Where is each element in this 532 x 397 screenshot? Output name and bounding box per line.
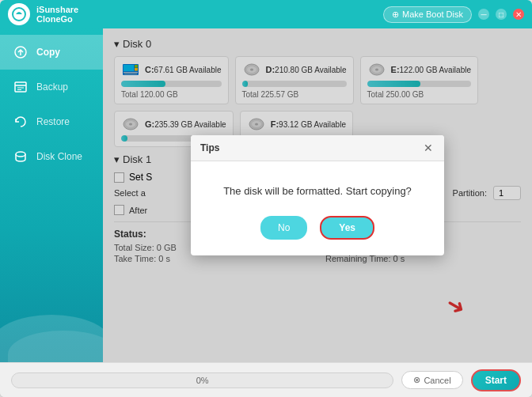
svg-rect-2 [15, 82, 26, 92]
maximize-button[interactable]: □ [496, 9, 507, 20]
sidebar-copy-label: Copy [36, 47, 60, 58]
copy-icon [13, 44, 28, 60]
progress-bar: 0% [11, 372, 393, 388]
dialog-title-bar: Tips ✕ [191, 135, 444, 161]
dialog-title: Tips [200, 142, 219, 153]
start-button[interactable]: Start [471, 369, 521, 391]
dialog-body: The disk will be formatted. Start copyin… [191, 161, 444, 255]
yes-button[interactable]: Yes [320, 216, 374, 240]
make-boot-disk-button[interactable]: ⊕ Make Boot Disk [383, 6, 472, 23]
sidebar-cloud-decoration [0, 315, 103, 362]
sidebar-restore-label: Restore [36, 116, 70, 127]
sidebar-item-backup[interactable]: Backup [0, 70, 103, 104]
dialog-buttons: No Yes [207, 216, 428, 240]
dialog-close-button[interactable]: ✕ [422, 142, 435, 154]
sidebar-backup-label: Backup [36, 81, 68, 93]
title-bar: iSunshare CloneGo ⊕ Make Boot Disk ─ □ ✕ [0, 0, 532, 28]
minimize-button[interactable]: ─ [478, 9, 489, 20]
cancel-button[interactable]: ⊗ Cancel [401, 371, 462, 389]
content-area: ▾ Disk 0 [103, 28, 532, 362]
app-logo [8, 3, 30, 25]
boot-icon: ⊕ [392, 9, 399, 20]
close-button[interactable]: ✕ [513, 9, 524, 20]
backup-icon [13, 79, 28, 95]
tips-dialog: Tips ✕ The disk will be formatted. Start… [191, 135, 444, 255]
sidebar-item-copy[interactable]: Copy [0, 35, 103, 70]
bottom-bar: 0% ⊗ Cancel Start [0, 362, 532, 397]
sidebar-item-restore[interactable]: Restore [0, 104, 103, 139]
sidebar: Copy Backup [0, 28, 103, 362]
app-title: iSunshare CloneGo [36, 5, 78, 24]
svg-point-6 [16, 152, 25, 157]
disk-clone-icon [13, 149, 28, 164]
sidebar-item-disk-clone[interactable]: Disk Clone [0, 139, 103, 174]
sidebar-disk-clone-label: Disk Clone [36, 151, 82, 162]
no-button[interactable]: No [260, 216, 307, 240]
cancel-icon: ⊗ [413, 375, 420, 385]
restore-icon [13, 114, 28, 130]
dialog-message: The disk will be formatted. Start copyin… [207, 185, 428, 197]
progress-label: 0% [196, 376, 209, 385]
title-bar-right: ⊕ Make Boot Disk ─ □ ✕ [383, 6, 524, 23]
title-bar-left: iSunshare CloneGo [8, 3, 78, 25]
modal-overlay: Tips ✕ The disk will be formatted. Start… [103, 28, 532, 362]
